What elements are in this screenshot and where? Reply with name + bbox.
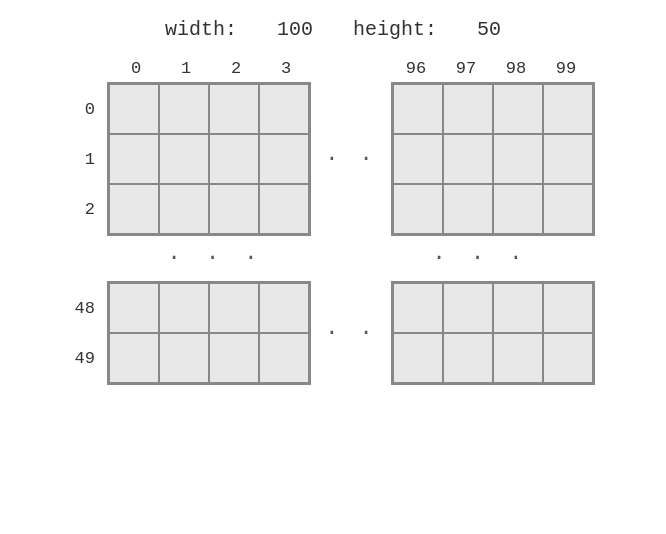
cell xyxy=(209,84,259,134)
cell xyxy=(393,134,443,184)
cell xyxy=(393,283,443,333)
col-header-0: 0 xyxy=(111,59,161,78)
cell xyxy=(543,283,593,333)
cell xyxy=(543,134,593,184)
cell xyxy=(159,134,209,184)
bottom-section: 48 49 · · xyxy=(71,281,595,385)
cell xyxy=(493,184,543,234)
cell xyxy=(109,134,159,184)
cell xyxy=(259,184,309,234)
cell xyxy=(209,184,259,234)
cell xyxy=(393,333,443,383)
col-headers-right: 96 97 98 99 xyxy=(391,59,591,78)
col-header-1: 1 xyxy=(161,59,211,78)
col-header-96: 96 xyxy=(391,59,441,78)
row-label-0: 0 xyxy=(71,84,101,134)
col-headers-row: 0 1 2 3 96 97 98 99 xyxy=(71,59,595,78)
row-labels-bottom: 48 49 xyxy=(71,283,101,383)
top-right-grid xyxy=(391,82,595,236)
row-label-2: 2 xyxy=(71,184,101,234)
row-label-49: 49 xyxy=(71,333,101,383)
cell xyxy=(109,84,159,134)
bottom-grids-row: 48 49 · · xyxy=(71,281,595,385)
col-header-98: 98 xyxy=(491,59,541,78)
width-value: 100 xyxy=(277,18,313,41)
cell xyxy=(493,84,543,134)
cell xyxy=(259,333,309,383)
col-header-99: 99 xyxy=(541,59,591,78)
cell xyxy=(543,184,593,234)
bottom-left-grid xyxy=(107,281,311,385)
top-left-grid xyxy=(107,82,311,236)
cell xyxy=(443,283,493,333)
top-section: 0 1 2 3 96 97 98 99 0 1 2 xyxy=(71,59,595,236)
vertical-dots-left: · · · xyxy=(53,246,348,271)
cell xyxy=(259,84,309,134)
cell xyxy=(443,134,493,184)
cell xyxy=(543,84,593,134)
row-label-48: 48 xyxy=(71,283,101,333)
cell xyxy=(259,283,309,333)
cell xyxy=(209,283,259,333)
cell xyxy=(493,283,543,333)
vertical-dots-section: · · · · · · xyxy=(53,246,613,271)
cell xyxy=(393,84,443,134)
col-headers-left: 0 1 2 3 xyxy=(111,59,311,78)
vertical-dots-right: · · · xyxy=(348,246,613,271)
cell xyxy=(209,333,259,383)
row-label-1: 1 xyxy=(71,134,101,184)
cell xyxy=(109,283,159,333)
cell xyxy=(443,184,493,234)
col-header-3: 3 xyxy=(261,59,311,78)
cell xyxy=(109,184,159,234)
cell xyxy=(443,333,493,383)
cell xyxy=(493,134,543,184)
col-header-97: 97 xyxy=(441,59,491,78)
title-row: width: 100 height: 50 xyxy=(165,18,501,41)
height-label: height: xyxy=(353,18,437,41)
cell xyxy=(159,283,209,333)
cell xyxy=(109,333,159,383)
cell xyxy=(393,184,443,234)
cell xyxy=(159,84,209,134)
width-label: width: xyxy=(165,18,237,41)
top-middle-dots: · · xyxy=(311,147,391,172)
cell xyxy=(543,333,593,383)
bottom-middle-dots: · · xyxy=(311,321,391,346)
cell xyxy=(209,134,259,184)
top-grids-row: 0 1 2 · · xyxy=(71,82,595,236)
cell xyxy=(443,84,493,134)
cell xyxy=(159,184,209,234)
diagram: 0 1 2 3 96 97 98 99 0 1 2 xyxy=(53,59,613,385)
col-header-2: 2 xyxy=(211,59,261,78)
bottom-right-grid xyxy=(391,281,595,385)
cell xyxy=(259,134,309,184)
cell xyxy=(493,333,543,383)
height-value: 50 xyxy=(477,18,501,41)
row-labels-top: 0 1 2 xyxy=(71,84,101,234)
cell xyxy=(159,333,209,383)
